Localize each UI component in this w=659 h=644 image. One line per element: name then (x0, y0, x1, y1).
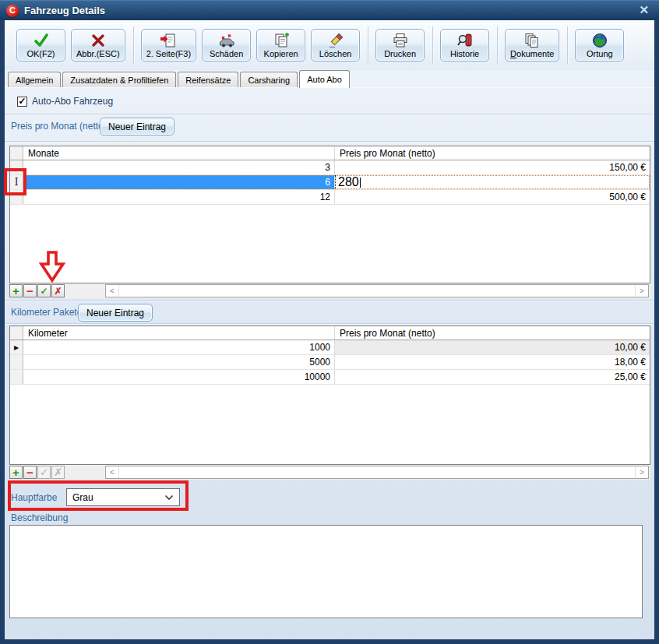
current-row-indicator-icon: ▶ (14, 344, 19, 351)
beschreibung-textarea[interactable] (9, 525, 643, 618)
cell-kilometer[interactable]: 10000 (23, 370, 335, 384)
km-grid: Kilometer Preis pro Monat (netto) ▶ 1000… (9, 326, 650, 465)
cancel-button[interactable]: Abbr.(ESC) (71, 29, 125, 62)
scroll-left-icon[interactable]: < (106, 466, 119, 478)
check-icon (33, 32, 50, 49)
tab-carsharing[interactable]: Carsharing (240, 72, 298, 87)
cell-preis[interactable]: 25,00 € (335, 370, 650, 384)
close-icon[interactable]: ✕ (639, 3, 649, 17)
divider (5, 323, 654, 325)
toolbar: OK(F2) Abbr.(ESC) 2. Seite(F3) Schäden (5, 20, 654, 70)
km-grid-navigator: + − ✓ ✗ < > (9, 465, 650, 480)
cell-preis[interactable]: 500,00 € (335, 190, 650, 204)
annotation-rectangle-hauptfarbe (8, 480, 189, 511)
auto-abo-checkbox[interactable]: ✓ (17, 97, 27, 107)
cell-kilometer[interactable]: 5000 (23, 355, 335, 369)
copy-button-label: Kopieren (264, 49, 298, 58)
km-grid-header: Kilometer Preis pro Monat (netto) (10, 326, 650, 340)
minus-icon: − (26, 285, 33, 297)
plus-icon: + (12, 285, 19, 297)
print-button[interactable]: Drucken (375, 29, 425, 62)
table-row[interactable]: 12 500,00 € (10, 190, 650, 205)
price-grid-header: Monate Preis pro Monat (netto) (10, 146, 650, 160)
row-indicator-cell: ▶ (10, 340, 23, 354)
km-section-label: Kilometer Pakete (11, 307, 82, 318)
table-row[interactable]: 3 150,00 € (10, 160, 650, 175)
cell-monate[interactable]: 12 (23, 190, 335, 204)
divider (5, 300, 654, 301)
toolbar-separator (432, 26, 433, 64)
tab-auto-abo[interactable]: Auto Abo (299, 70, 350, 88)
cell-preis-edit-input[interactable]: 280 (335, 175, 650, 189)
scroll-right-icon[interactable]: > (635, 466, 648, 478)
documents-icon (523, 32, 541, 49)
toolbar-separator (497, 26, 498, 64)
delete-button[interactable]: Löschen (311, 29, 360, 62)
cell-preis-current[interactable]: 10,00 € (335, 340, 650, 354)
history-button-label: Historie (450, 49, 479, 58)
print-button-label: Drucken (384, 49, 416, 58)
price-new-entry-button[interactable]: Neuer Eintrag (100, 118, 174, 135)
post-edit-button-disabled: ✓ (37, 466, 51, 479)
printer-icon (392, 32, 409, 49)
table-row-selected[interactable]: I 6 280 (10, 175, 650, 190)
cancel-button-label: Abbr.(ESC) (76, 49, 120, 58)
globe-icon (591, 32, 608, 49)
row-indicator-cell (10, 355, 23, 369)
checkmark-icon: ✓ (18, 97, 26, 106)
post-edit-button[interactable]: ✓ (37, 284, 51, 297)
cell-preis[interactable]: 150,00 € (335, 160, 650, 174)
column-header-kilometer: Kilometer (23, 326, 335, 340)
annotation-rectangle-edit-indicator (4, 168, 26, 195)
delete-row-button[interactable]: − (23, 466, 37, 479)
documents-button[interactable]: Dokumente (505, 29, 559, 62)
damaged-car-icon (218, 32, 235, 49)
auto-abo-checkbox-row: ✓ Auto-Abo Fahrzeug (17, 96, 113, 107)
tab-bar: Allgemein Zusatzdaten & Profiltiefen Rei… (5, 70, 654, 88)
row-indicator-header (10, 146, 23, 160)
scroll-left-icon[interactable]: < (106, 285, 119, 297)
row-indicator-cell (10, 370, 23, 384)
tab-zusatzdaten[interactable]: Zusatzdaten & Profiltiefen (62, 72, 176, 87)
copy-button[interactable]: Kopieren (256, 29, 305, 62)
scroll-right-icon[interactable]: > (635, 285, 648, 297)
second-page-button[interactable]: 2. Seite(F3) (141, 29, 196, 62)
ok-button-label: OK(F2) (26, 49, 55, 58)
delete-row-button[interactable]: − (23, 284, 37, 297)
table-row[interactable]: 10000 25,00 € (10, 370, 650, 385)
confirm-icon: ✓ (40, 287, 48, 296)
table-row-current[interactable]: ▶ 1000 10,00 € (10, 340, 650, 355)
auto-abo-checkbox-label: Auto-Abo Fahrzeug (32, 96, 113, 107)
horizontal-scrollbar[interactable]: < > (105, 284, 649, 297)
page-arrow-icon (160, 32, 177, 49)
cell-monate-selected[interactable]: 6 (23, 175, 335, 189)
titlebar[interactable]: C Fahrzeug Details ✕ (0, 0, 659, 20)
km-new-entry-button[interactable]: Neuer Eintrag (78, 304, 153, 322)
insert-row-button[interactable]: + (9, 284, 23, 297)
ok-button[interactable]: OK(F2) (16, 29, 65, 62)
tab-reifensaetze[interactable]: Reifensätze (178, 72, 238, 87)
cancel-edit-button[interactable]: ✗ (51, 284, 65, 297)
insert-row-button[interactable]: + (9, 466, 23, 479)
tab-allgemein[interactable]: Allgemein (8, 72, 61, 87)
toolbar-separator (133, 26, 134, 64)
cell-kilometer[interactable]: 1000 (23, 340, 335, 354)
damages-button[interactable]: Schäden (202, 29, 251, 62)
table-row[interactable]: 5000 18,00 € (10, 355, 650, 370)
window-title: Fahrzeug Details (24, 5, 105, 16)
eraser-icon (327, 32, 344, 49)
edit-value: 280 (338, 175, 359, 189)
cell-preis[interactable]: 18,00 € (335, 355, 650, 369)
cell-monate[interactable]: 3 (23, 160, 335, 174)
beschreibung-label: Beschreibung (11, 512, 68, 523)
fahrzeug-details-window: C Fahrzeug Details ✕ OK(F2) Abbr.(ESC) (0, 0, 659, 644)
delete-button-label: Löschen (319, 49, 352, 58)
history-button[interactable]: Historie (440, 29, 489, 62)
locate-button[interactable]: Ortung (575, 29, 624, 62)
history-icon (456, 32, 474, 49)
cancel-edit-button-disabled: ✗ (51, 466, 65, 479)
horizontal-scrollbar[interactable]: < > (105, 466, 649, 479)
auto-abo-page: ✓ Auto-Abo Fahrzeug Preis pro Monat (net… (5, 88, 654, 639)
toolbar-separator (368, 26, 368, 64)
dialog-frame: OK(F2) Abbr.(ESC) 2. Seite(F3) Schäden (5, 20, 654, 639)
